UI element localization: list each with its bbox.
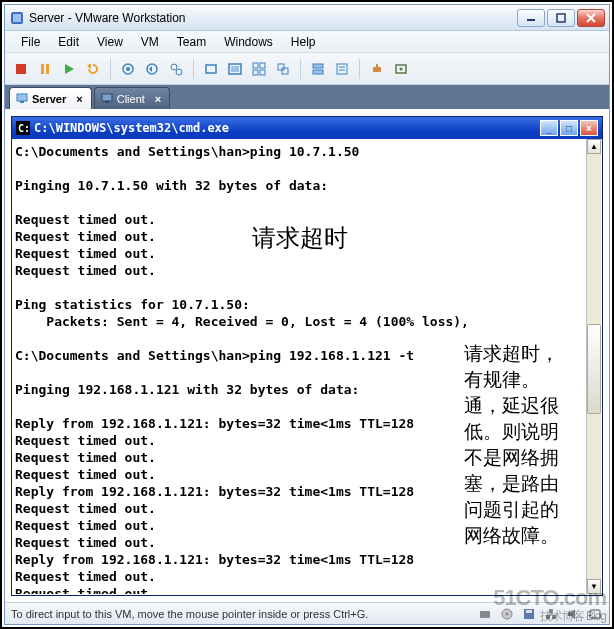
app-icon [9,10,25,26]
fullscreen-icon[interactable] [225,59,245,79]
menu-team[interactable]: Team [169,33,214,51]
tab-client[interactable]: Client × [94,87,171,109]
svg-point-12 [126,67,130,71]
svg-rect-27 [337,64,347,74]
annotation-explanation: 请求超时，有规律。 通，延迟很低。则说明不是网络拥塞，是路由问题引起的网络故障。 [464,341,574,549]
annotation-timeout: 请求超时 [252,222,348,254]
svg-rect-3 [557,14,565,22]
cmd-close-button[interactable]: × [580,120,598,136]
reset-icon[interactable] [83,59,103,79]
toolbar [5,53,609,85]
sound-icon[interactable] [565,606,581,622]
svg-rect-51 [590,610,600,618]
cmd-scrollbar[interactable]: ▲ ▼ [586,139,601,594]
cmd-icon: C: [16,121,30,135]
snapshot-revert-icon[interactable] [142,59,162,79]
close-button[interactable] [577,9,605,27]
toolbar-separator [110,59,111,79]
connect-device-icon[interactable] [367,59,387,79]
menu-file[interactable]: File [13,33,48,51]
scroll-down-icon[interactable]: ▼ [587,579,601,594]
cmd-titlebar: C: C:\WINDOWS\system32\cmd.exe _ □ × [12,117,602,139]
menubar: File Edit View VM Team Windows Help [5,31,609,53]
tab-label: Server [32,93,66,105]
statusbar: To direct input to this VM, move the mou… [5,602,609,624]
svg-point-14 [171,64,177,70]
svg-rect-40 [480,611,490,618]
menu-vm[interactable]: VM [133,33,167,51]
power-off-icon[interactable] [11,59,31,79]
monitor-icon [16,92,28,106]
tab-server[interactable]: Server × [9,87,92,109]
toolbar-separator [359,59,360,79]
svg-rect-44 [526,610,532,613]
toolbar-separator [193,59,194,79]
svg-rect-20 [260,63,265,68]
show-console-icon[interactable] [201,59,221,79]
titlebar: Server - VMware Workstation [5,5,609,31]
unity-icon[interactable] [273,59,293,79]
svg-rect-36 [102,94,112,101]
svg-rect-1 [13,14,21,22]
tab-label: Client [117,93,145,105]
svg-rect-19 [253,63,258,68]
tabstrip: Server × Client × [5,85,609,109]
pause-icon[interactable] [35,59,55,79]
svg-rect-30 [373,67,381,72]
scroll-up-icon[interactable]: ▲ [587,139,601,154]
network-icon[interactable] [543,606,559,622]
svg-rect-31 [376,64,378,67]
svg-rect-26 [313,70,323,74]
svg-rect-21 [253,70,258,75]
cmd-maximize-button[interactable]: □ [560,120,578,136]
menu-windows[interactable]: Windows [216,33,281,51]
cmd-title: C:\WINDOWS\system32\cmd.exe [34,121,540,135]
svg-rect-45 [549,609,553,613]
svg-rect-37 [105,101,109,103]
svg-rect-7 [41,64,44,74]
status-icons [477,606,603,622]
inventory-icon[interactable] [308,59,328,79]
svg-line-4 [587,14,595,22]
settings-icon[interactable] [391,59,411,79]
scroll-thumb[interactable] [587,324,601,414]
svg-rect-25 [313,64,323,68]
status-text: To direct input to this VM, move the mou… [11,608,477,620]
disk-icon[interactable] [477,606,493,622]
tab-close-icon[interactable]: × [155,93,161,105]
svg-point-15 [176,69,182,75]
snapshot-take-icon[interactable] [118,59,138,79]
monitor-icon [101,92,113,106]
quick-switch-icon[interactable] [249,59,269,79]
menu-help[interactable]: Help [283,33,324,51]
svg-point-33 [400,67,403,70]
floppy-icon[interactable] [521,606,537,622]
scroll-track[interactable] [587,154,601,579]
summary-icon[interactable] [332,59,352,79]
grab-input-icon[interactable] [587,606,603,622]
menu-edit[interactable]: Edit [50,33,87,51]
window-title: Server - VMware Workstation [29,11,517,25]
svg-rect-34 [17,94,27,101]
play-icon[interactable] [59,59,79,79]
svg-point-42 [506,612,509,615]
svg-marker-9 [65,64,74,74]
minimize-button[interactable] [517,9,545,27]
svg-rect-46 [546,615,550,619]
svg-rect-6 [16,64,26,74]
cdrom-icon[interactable] [499,606,515,622]
svg-rect-35 [20,101,24,103]
svg-rect-24 [282,68,288,74]
svg-rect-18 [231,66,239,72]
cmd-minimize-button[interactable]: _ [540,120,558,136]
svg-line-5 [587,14,595,22]
snapshot-manage-icon[interactable] [166,59,186,79]
svg-marker-50 [568,609,575,619]
tab-close-icon[interactable]: × [76,93,82,105]
maximize-button[interactable] [547,9,575,27]
svg-rect-8 [46,64,49,74]
menu-view[interactable]: View [89,33,131,51]
svg-rect-16 [206,65,216,73]
svg-rect-23 [278,64,284,70]
svg-marker-10 [87,63,91,69]
